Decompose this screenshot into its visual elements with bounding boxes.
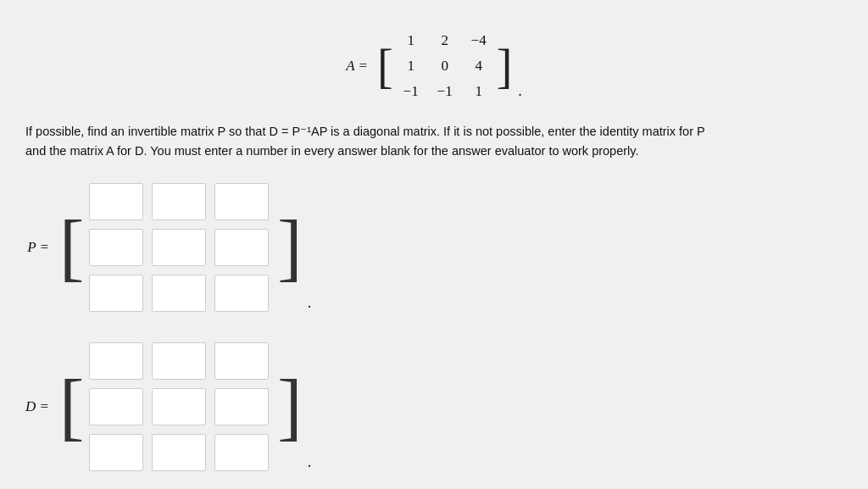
left-bracket: [ <box>375 25 396 107</box>
matrix-d-section: D = [ ] . <box>25 336 843 478</box>
p-period: . <box>308 294 312 319</box>
d-input-22[interactable] <box>214 434 269 471</box>
d-input-00[interactable] <box>89 342 143 380</box>
d-input-11[interactable] <box>152 388 206 425</box>
matrix-p-label: P = <box>25 239 49 256</box>
right-bracket: ] <box>494 25 515 107</box>
matrix-d-wrap: [ ] <box>58 336 304 478</box>
d-period: . <box>308 453 312 478</box>
a-cell-12: 4 <box>469 58 489 75</box>
matrix-a-bracket: [ 1 2 −4 1 0 4 −1 −1 1 ] <box>375 25 515 107</box>
d-input-21[interactable] <box>152 434 206 471</box>
matrix-a-label: A = <box>346 58 368 75</box>
d-input-01[interactable] <box>152 342 206 380</box>
a-cell-11: 0 <box>435 58 455 75</box>
a-cell-22: 1 <box>469 83 489 100</box>
a-cell-00: 1 <box>401 32 421 49</box>
p-input-01[interactable] <box>152 183 206 220</box>
problem-description: If possible, find an invertible matrix P… <box>25 122 721 161</box>
p-input-21[interactable] <box>152 275 206 312</box>
d-left-bracket: [ <box>58 336 86 478</box>
a-cell-21: −1 <box>435 83 455 100</box>
p-input-12[interactable] <box>214 229 269 266</box>
problem-text-content: If possible, find an invertible matrix P… <box>25 125 704 158</box>
a-cell-10: 1 <box>401 58 421 75</box>
p-right-bracket: ] <box>275 176 303 319</box>
matrix-d-grid <box>86 336 275 478</box>
p-input-10[interactable] <box>89 229 143 266</box>
p-input-11[interactable] <box>152 229 206 266</box>
d-input-12[interactable] <box>214 388 269 425</box>
matrix-a-display: A = [ 1 2 −4 1 0 4 −1 −1 1 ] . <box>25 25 843 107</box>
p-input-00[interactable] <box>89 183 143 220</box>
a-cell-02: −4 <box>469 32 489 49</box>
matrix-a-period: . <box>518 82 522 107</box>
p-input-22[interactable] <box>214 275 269 312</box>
p-input-02[interactable] <box>214 183 269 220</box>
a-cell-20: −1 <box>401 83 421 100</box>
matrix-p-section: P = [ ] . <box>25 176 843 319</box>
d-input-02[interactable] <box>214 342 269 380</box>
d-input-10[interactable] <box>89 388 143 425</box>
d-right-bracket: ] <box>275 336 303 478</box>
a-cell-01: 2 <box>435 32 455 49</box>
p-input-20[interactable] <box>89 275 143 312</box>
d-input-20[interactable] <box>89 434 143 471</box>
matrix-p-grid <box>86 176 275 319</box>
matrix-p-wrap: [ ] <box>58 176 304 319</box>
matrix-d-label: D = <box>25 398 49 415</box>
p-left-bracket: [ <box>58 176 86 319</box>
matrix-a-grid: 1 2 −4 1 0 4 −1 −1 1 <box>396 25 494 107</box>
